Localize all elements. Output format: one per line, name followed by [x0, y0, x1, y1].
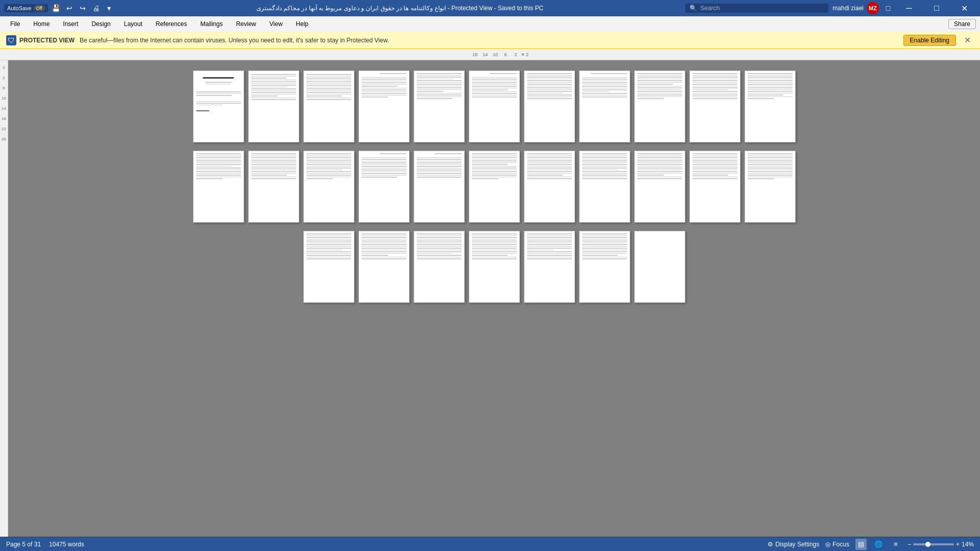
user-name: mahdi ziaei — [832, 5, 864, 12]
menu-view[interactable]: View — [264, 18, 289, 30]
redo-button[interactable]: ↪ — [78, 3, 88, 13]
main-area: 2 2 6 10 14 18 22 26 — [0, 60, 980, 537]
page-info: Page 5 of 31 — [6, 541, 41, 548]
minimize-button[interactable]: ─ — [897, 0, 921, 16]
page-thumb-10[interactable] — [689, 70, 740, 142]
ruler-area: 18 14 10 6 2 ✕ 2 — [0, 49, 980, 60]
menu-help[interactable]: Help — [290, 18, 315, 30]
close-button[interactable]: ✕ — [952, 0, 976, 16]
menu-references[interactable]: References — [150, 18, 193, 30]
page-thumb-16[interactable] — [414, 151, 465, 223]
display-settings-icon: ⚙ — [768, 541, 773, 548]
customize-button[interactable]: ▾ — [104, 3, 114, 13]
save-button[interactable]: 💾 — [51, 3, 61, 13]
menu-layout[interactable]: Layout — [118, 18, 149, 30]
ruler-numbers: 18 14 10 6 2 ✕ 2 — [470, 52, 529, 57]
close-protected-bar-button[interactable]: ✕ — [961, 34, 974, 46]
page-thumb-1[interactable] — [193, 70, 244, 142]
web-layout-view-button[interactable]: 🌐 — [873, 539, 884, 550]
page-thumb-22[interactable] — [745, 151, 796, 223]
page-thumb-4[interactable] — [358, 70, 410, 142]
doc-title: انواع وکالتنامه ها در حقوق ایران و دعاوی… — [114, 5, 686, 12]
search-icon: 🔍 — [689, 5, 697, 12]
pages-row1 — [193, 70, 796, 142]
page-thumb-31[interactable] — [634, 231, 685, 303]
print-button[interactable]: 🖨 — [91, 3, 101, 13]
menu-bar: File Home Insert Design Layout Reference… — [0, 16, 980, 32]
enable-editing-button[interactable]: Enable Editing — [903, 35, 956, 46]
protected-message: Be careful—files from the Internet can c… — [80, 37, 898, 44]
status-bar: Page 5 of 31 10475 words ⚙ Display Setti… — [0, 537, 980, 551]
pages-row2 — [193, 151, 796, 223]
word-count: 10475 words — [49, 541, 84, 548]
page-thumb-15[interactable] — [358, 151, 410, 223]
page-thumb-26[interactable] — [469, 231, 520, 303]
share-button[interactable]: Share — [948, 19, 976, 29]
menu-insert[interactable]: Insert — [57, 18, 84, 30]
page-thumb-8[interactable] — [579, 70, 630, 142]
protected-view-bar: 🛡 PROTECTED VIEW Be careful—files from t… — [0, 32, 980, 49]
menu-file[interactable]: File — [4, 18, 26, 30]
search-bar[interactable]: 🔍 — [685, 4, 828, 13]
title-bar: AutoSave Off 💾 ↩ ↪ 🖨 ▾ انواع وکالتنامه ه… — [0, 0, 980, 16]
menu-home[interactable]: Home — [27, 18, 56, 30]
zoom-in-button[interactable]: + — [956, 541, 960, 548]
page-thumb-20[interactable] — [634, 151, 685, 223]
autosave-state[interactable]: Off — [34, 5, 45, 11]
menu-review[interactable]: Review — [230, 18, 262, 30]
document-area[interactable] — [8, 60, 980, 537]
user-avatar[interactable]: MZ — [867, 2, 879, 14]
menu-design[interactable]: Design — [85, 18, 116, 30]
page-thumb-21[interactable] — [689, 151, 740, 223]
menu-mailings[interactable]: Mailings — [194, 18, 229, 30]
search-input[interactable] — [700, 5, 812, 12]
title-bar-right: 🔍 mahdi ziaei MZ □ ─ □ ✕ — [685, 0, 976, 16]
page-thumb-2[interactable] — [248, 70, 299, 142]
page-thumb-3[interactable] — [303, 70, 354, 142]
zoom-out-button[interactable]: − — [907, 541, 911, 548]
left-ruler: 2 2 6 10 14 18 22 26 — [0, 60, 8, 537]
page-thumb-23[interactable] — [303, 231, 354, 303]
page-thumb-6[interactable] — [469, 70, 520, 142]
page-thumb-24[interactable] — [358, 231, 410, 303]
autosave-label: AutoSave — [7, 5, 32, 11]
zoom-area: − + 14% — [907, 541, 974, 548]
page-thumb-19[interactable] — [579, 151, 630, 223]
page-thumb-14[interactable] — [303, 151, 354, 223]
page-thumb-25[interactable] — [414, 231, 465, 303]
focus-button[interactable]: ◎ Focus — [825, 541, 849, 548]
undo-button[interactable]: ↩ — [64, 3, 75, 13]
zoom-level: 14% — [962, 541, 974, 548]
page-thumb-7[interactable] — [524, 70, 575, 142]
maximize-button[interactable]: □ — [925, 0, 948, 16]
title-bar-left: AutoSave Off 💾 ↩ ↪ 🖨 ▾ — [4, 3, 114, 13]
pages-row3 — [303, 231, 685, 303]
display-settings-button[interactable]: ⚙ Display Settings — [768, 541, 819, 548]
page-thumb-18[interactable] — [524, 151, 575, 223]
status-right: ⚙ Display Settings ◎ Focus ▤ 🌐 ≡ − + 14% — [768, 539, 974, 550]
focus-icon: ◎ — [825, 541, 830, 548]
page-thumb-13[interactable] — [248, 151, 299, 223]
ribbon-toggle[interactable]: □ — [883, 3, 893, 13]
protected-title: PROTECTED VIEW — [19, 37, 75, 44]
zoom-thumb[interactable] — [925, 542, 930, 547]
autosave-area[interactable]: AutoSave Off — [4, 4, 48, 12]
page-thumb-9[interactable] — [634, 70, 685, 142]
page-thumb-12[interactable] — [193, 151, 244, 223]
outline-view-button[interactable]: ≡ — [890, 539, 901, 550]
print-layout-view-button[interactable]: ▤ — [855, 539, 867, 550]
zoom-slider[interactable] — [913, 543, 954, 545]
page-thumb-28[interactable] — [579, 231, 630, 303]
page-thumb-17[interactable] — [469, 151, 520, 223]
shield-icon-area: 🛡 PROTECTED VIEW — [6, 35, 75, 45]
page-thumb-5[interactable] — [414, 70, 465, 142]
page-thumb-11[interactable] — [745, 70, 796, 142]
shield-icon: 🛡 — [6, 35, 16, 45]
status-left: Page 5 of 31 10475 words — [6, 541, 84, 548]
page-thumb-27[interactable] — [524, 231, 575, 303]
user-area[interactable]: mahdi ziaei MZ — [832, 2, 879, 14]
